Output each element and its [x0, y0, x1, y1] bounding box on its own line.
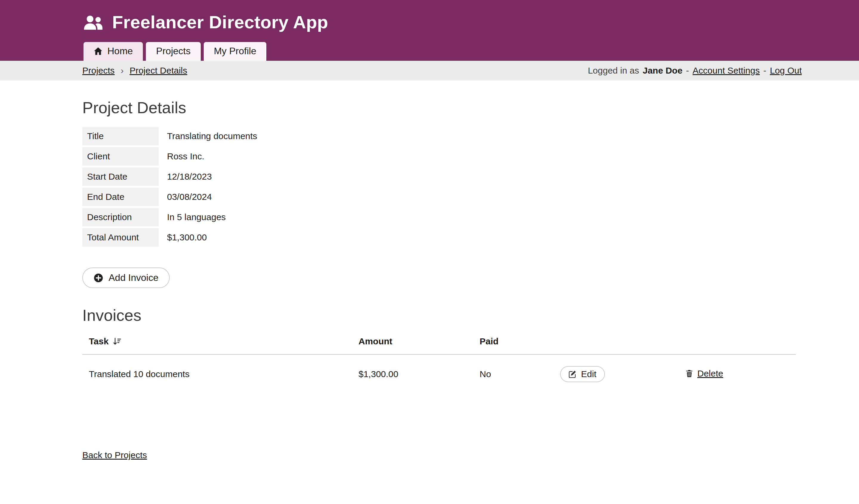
detail-row: Start Date 12/18/2023	[82, 168, 266, 186]
detail-row: Title Translating documents	[82, 127, 266, 145]
logged-in-prefix: Logged in as	[588, 65, 639, 76]
brand: Freelancer Directory App	[82, 12, 859, 32]
add-invoice-label: Add Invoice	[108, 272, 159, 283]
field-value: Ross Inc.	[159, 147, 266, 166]
amount-column-label: Amount	[359, 336, 392, 346]
log-out-link[interactable]: Log Out	[770, 65, 802, 76]
delete-link-label: Delete	[697, 368, 723, 379]
invoices-table-header: Task Amount Paid	[82, 336, 796, 355]
field-value: 03/08/2024	[159, 188, 266, 206]
edit-invoice-button[interactable]: Edit	[560, 366, 605, 382]
invoice-row: Translated 10 documents $1,300.00 No Edi…	[82, 355, 796, 393]
field-value: In 5 languages	[159, 208, 266, 226]
breadcrumb-projects-link[interactable]: Projects	[82, 65, 115, 76]
paid-column-label: Paid	[480, 336, 498, 346]
account-settings-link[interactable]: Account Settings	[693, 65, 760, 76]
invoice-paid: No	[473, 369, 554, 379]
invoices-table: Task Amount Paid	[82, 336, 796, 393]
invoices-heading: Invoices	[82, 306, 859, 325]
field-value: Translating documents	[159, 127, 266, 145]
sort-icon[interactable]	[113, 337, 121, 346]
detail-row: End Date 03/08/2024	[82, 188, 266, 206]
app-header: Freelancer Directory App Home Projects M…	[0, 0, 859, 61]
user-name: Jane Doe	[643, 65, 682, 76]
users-icon	[82, 14, 104, 31]
home-icon	[94, 47, 103, 56]
project-details-table: Title Translating documents Client Ross …	[82, 125, 266, 249]
breadcrumb: Projects › Project Details	[82, 65, 187, 76]
breadcrumb-project-details-link[interactable]: Project Details	[130, 65, 187, 76]
detail-row: Client Ross Inc.	[82, 147, 266, 166]
footer: Back to Projects	[82, 450, 859, 460]
field-value: 12/18/2023	[159, 168, 266, 186]
tab-my-profile[interactable]: My Profile	[204, 42, 266, 61]
column-header-amount: Amount	[352, 336, 473, 346]
add-invoice-button[interactable]: Add Invoice	[82, 267, 170, 288]
tab-home-label: Home	[107, 46, 133, 57]
separator-dash: -	[686, 65, 689, 76]
page-title: Project Details	[82, 98, 859, 117]
trash-icon	[685, 369, 693, 378]
field-label: Client	[82, 147, 159, 166]
edit-icon	[569, 370, 577, 378]
field-label: Total Amount	[82, 228, 159, 247]
detail-row: Total Amount $1,300.00	[82, 228, 266, 247]
field-value: $1,300.00	[159, 228, 266, 247]
edit-button-label: Edit	[581, 369, 597, 379]
invoice-edit-cell: Edit	[554, 366, 679, 382]
column-header-task[interactable]: Task	[82, 336, 352, 346]
column-header-paid: Paid	[473, 336, 554, 346]
chevron-right-separator: ›	[121, 65, 123, 76]
app-title: Freelancer Directory App	[112, 12, 328, 32]
detail-row: Description In 5 languages	[82, 208, 266, 226]
separator-dash: -	[763, 65, 766, 76]
field-label: Description	[82, 208, 159, 226]
session-info: Logged in as Jane Doe - Account Settings…	[588, 65, 802, 76]
main-nav: Home Projects My Profile	[84, 42, 859, 61]
task-column-label: Task	[89, 336, 108, 346]
delete-invoice-link[interactable]: Delete	[685, 368, 723, 379]
breadcrumb-bar: Projects › Project Details Logged in as …	[0, 61, 859, 80]
main-content: Project Details Title Translating docume…	[0, 98, 859, 496]
tab-home[interactable]: Home	[84, 42, 143, 61]
tab-projects-label: Projects	[156, 46, 191, 57]
back-to-projects-link[interactable]: Back to Projects	[82, 450, 147, 460]
field-label: End Date	[82, 188, 159, 206]
invoice-task: Translated 10 documents	[82, 369, 352, 379]
invoice-amount: $1,300.00	[352, 369, 473, 379]
invoice-delete-cell: Delete	[679, 368, 796, 380]
plus-circle-icon	[94, 273, 103, 283]
tab-projects[interactable]: Projects	[146, 42, 201, 61]
tab-my-profile-label: My Profile	[214, 46, 256, 57]
field-label: Title	[82, 127, 159, 145]
field-label: Start Date	[82, 168, 159, 186]
